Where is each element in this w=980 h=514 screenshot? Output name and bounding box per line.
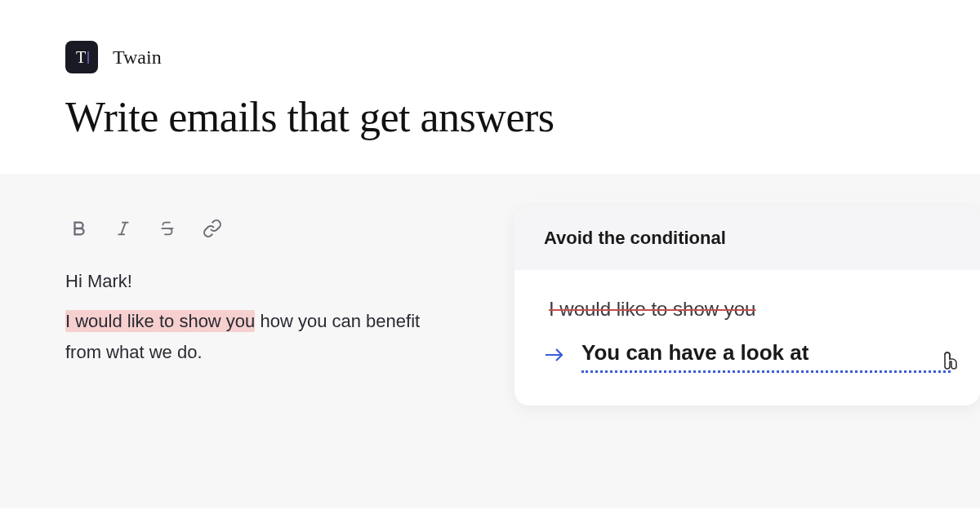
svg-line-4 — [121, 223, 126, 235]
suggestion-card: Avoid the conditional I would like to sh… — [514, 206, 980, 405]
brand-name: Twain — [113, 47, 162, 69]
tagline: Write emails that get answers — [65, 93, 915, 141]
editor-pane: Hi Mark! I would like to show you how yo… — [65, 219, 457, 508]
struck-text: I would like to show you — [544, 298, 951, 321]
svg-text:T: T — [76, 48, 86, 66]
bold-icon — [70, 219, 88, 237]
pointer-cursor-icon — [938, 352, 962, 383]
arrow-right-icon — [544, 347, 565, 366]
strikethrough-icon — [158, 219, 176, 237]
suggestion-body: I would like to show you You can have a … — [514, 270, 980, 405]
email-body[interactable]: Hi Mark! I would like to show you how yo… — [65, 266, 457, 367]
highlighted-phrase: I would like to show you — [65, 310, 255, 332]
strikethrough-button[interactable] — [158, 219, 176, 237]
suggestion-title: Avoid the conditional — [514, 206, 980, 270]
link-button[interactable] — [203, 219, 222, 238]
bold-button[interactable] — [70, 219, 88, 237]
replacement-text: You can have a look at — [581, 340, 951, 373]
email-greeting: Hi Mark! — [65, 266, 457, 296]
workspace: Hi Mark! I would like to show you how yo… — [0, 174, 980, 508]
format-toolbar — [65, 219, 457, 238]
brand-t-icon: T — [72, 47, 91, 67]
brand-logo: T — [65, 41, 98, 73]
email-line: I would like to show you how you can ben… — [65, 306, 457, 367]
brand: T Twain — [65, 41, 915, 73]
header: T Twain Write emails that get answers — [0, 0, 980, 174]
link-icon — [203, 219, 222, 238]
italic-button[interactable] — [114, 219, 132, 237]
replacement-row[interactable]: You can have a look at — [544, 340, 951, 373]
italic-icon — [114, 219, 132, 237]
